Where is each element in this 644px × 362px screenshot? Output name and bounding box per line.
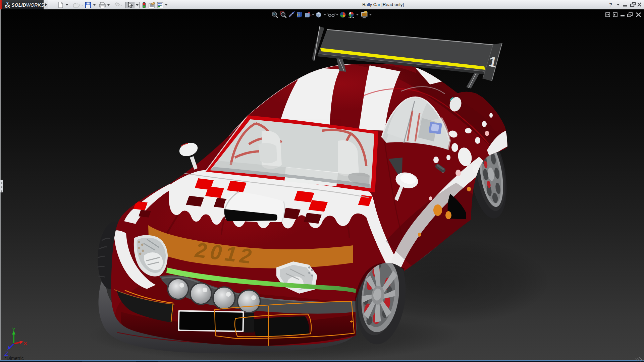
svg-text:*Dimetric: *Dimetric [5, 356, 24, 361]
svg-text:?: ? [609, 2, 612, 7]
svg-text:DS: DS [4, 4, 10, 9]
